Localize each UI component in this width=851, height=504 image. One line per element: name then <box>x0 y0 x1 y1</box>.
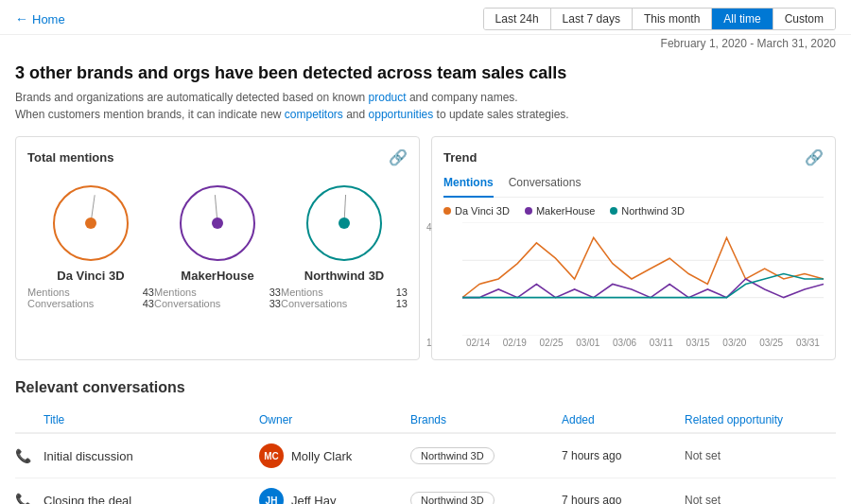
row-title-1[interactable]: Initial discussion <box>43 449 259 463</box>
x-label-0306: 03/06 <box>613 338 636 348</box>
call-icon-1: 📞 <box>15 448 43 463</box>
filter-last7d[interactable]: Last 7 days <box>551 9 633 29</box>
col-title[interactable]: Title <box>43 413 259 426</box>
legend-label-davinci: Da Vinci 3D <box>455 205 510 217</box>
legend-northwind: Northwind 3D <box>610 205 685 217</box>
total-mentions-title: Total mentions 🔗 <box>27 148 408 166</box>
row-title-2[interactable]: Closing the deal <box>43 494 259 505</box>
cards-row: Total mentions 🔗 Da Vinci 3D Mentions 43 <box>15 136 836 360</box>
table-header: Title Owner Brands Added Related opportu… <box>15 408 836 434</box>
chart-wrapper: 4 1 <box>443 222 824 348</box>
brand-stats-davinci: Mentions 43 Conversations 43 <box>27 287 154 309</box>
x-label-0331: 03/31 <box>796 338 820 348</box>
legend-davinci: Da Vinci 3D <box>443 205 510 217</box>
x-label-0325: 03/25 <box>759 338 783 348</box>
brand-dot-orange <box>85 217 96 229</box>
brand-cell-1: Northwind 3D <box>410 447 562 464</box>
trend-tabs: Mentions Conversations <box>443 176 824 198</box>
related-1: Not set <box>685 449 836 462</box>
product-link[interactable]: product <box>369 91 407 104</box>
table-row: 📞 Closing the deal JH Jeff Hay Northwind… <box>15 478 836 504</box>
col-related[interactable]: Related opportunity <box>685 413 836 426</box>
table-row: 📞 Initial discussion MC Molly Clark Nort… <box>15 434 836 478</box>
owner-name-2: Jeff Hay <box>291 494 336 505</box>
x-label-0214: 02/14 <box>466 338 490 348</box>
col-icon-spacer <box>15 413 43 426</box>
x-axis-labels: 02/14 02/19 02/25 03/01 03/06 03/11 03/1… <box>462 338 824 348</box>
back-label: Home <box>32 12 65 26</box>
related-2: Not set <box>685 494 836 504</box>
owner-cell-2: JH Jeff Hay <box>259 488 410 504</box>
y-label-4: 4 <box>426 222 432 233</box>
brand-name-makerhouse: MakerHouse <box>154 269 281 283</box>
total-mentions-card: Total mentions 🔗 Da Vinci 3D Mentions 43 <box>15 136 420 360</box>
brand-name-northwind: Northwind 3D <box>281 269 408 283</box>
brand-name-davinci: Da Vinci 3D <box>27 269 154 283</box>
brand-item-northwind: Northwind 3D Mentions 13 Conversations 1… <box>281 185 408 309</box>
page-title: 3 other brands and orgs have been detect… <box>15 63 836 83</box>
legend-dot-makerhouse <box>525 207 532 215</box>
competitors-link[interactable]: competitors <box>285 108 343 121</box>
avatar-1: MC <box>259 443 284 468</box>
brand-stats-northwind: Mentions 13 Conversations 13 <box>281 287 408 309</box>
brand-circle-purple <box>180 185 255 261</box>
legend-makerhouse: MakerHouse <box>525 205 595 217</box>
tab-conversations[interactable]: Conversations <box>509 176 582 193</box>
trend-svg <box>462 222 824 336</box>
subtitle-line1: Brands and organizations are automatical… <box>15 91 518 104</box>
brand-cell-2: Northwind 3D <box>410 492 562 504</box>
trend-card: Trend 🔗 Mentions Conversations Da Vinci … <box>431 136 836 360</box>
x-label-0320: 03/20 <box>722 338 746 348</box>
x-label-0311: 03/11 <box>650 338 673 348</box>
time-filter-group: Last 24h Last 7 days This month All time… <box>483 8 836 30</box>
trend-share-icon[interactable]: 🔗 <box>805 148 824 166</box>
brand-tag-1: Northwind 3D <box>410 447 495 464</box>
owner-name-1: Molly Clark <box>291 449 352 463</box>
trend-card-title: Trend 🔗 <box>443 148 824 166</box>
date-range: February 1, 2020 - March 31, 2020 <box>0 35 851 56</box>
call-icon-2: 📞 <box>15 493 43 504</box>
filter-last24h[interactable]: Last 24h <box>484 9 551 29</box>
col-owner[interactable]: Owner <box>259 413 410 426</box>
brand-circle-orange <box>53 185 129 261</box>
x-label-0315: 03/15 <box>686 338 710 348</box>
chart-legend: Da Vinci 3D MakerHouse Northwind 3D <box>443 205 824 217</box>
added-2: 7 hours ago <box>562 494 685 504</box>
x-label-0225: 02/25 <box>540 338 564 348</box>
trend-chart <box>462 222 824 336</box>
brands-row: Da Vinci 3D Mentions 43 Conversations 43 <box>27 176 408 319</box>
share-icon[interactable]: 🔗 <box>389 148 408 166</box>
avatar-2: JH <box>259 488 284 504</box>
brand-item-makerhouse: MakerHouse Mentions 33 Conversations 33 <box>154 185 281 309</box>
back-arrow-icon: ← <box>15 11 28 26</box>
col-added[interactable]: Added <box>562 413 685 426</box>
filter-alltime[interactable]: All time <box>712 9 773 29</box>
back-link[interactable]: ← Home <box>15 11 65 26</box>
subtitle: Brands and organizations are automatical… <box>15 89 836 123</box>
filter-custom[interactable]: Custom <box>773 9 835 29</box>
brand-dot-teal <box>339 217 350 229</box>
brand-circle-teal <box>306 185 382 261</box>
owner-cell-1: MC Molly Clark <box>259 443 410 468</box>
legend-dot-northwind <box>610 207 617 215</box>
legend-dot-davinci <box>443 207 451 215</box>
section-title-conversations: Relevant conversations <box>15 379 836 396</box>
tab-mentions[interactable]: Mentions <box>443 176 494 198</box>
subtitle-line2: When customers mention brands, it can in… <box>15 108 569 121</box>
filter-thismonth[interactable]: This month <box>633 9 712 29</box>
added-1: 7 hours ago <box>562 449 685 462</box>
brand-tag-2: Northwind 3D <box>410 492 495 504</box>
x-label-0301: 03/01 <box>576 338 599 348</box>
brand-stats-makerhouse: Mentions 33 Conversations 33 <box>154 287 281 309</box>
top-bar: ← Home Last 24h Last 7 days This month A… <box>0 0 851 35</box>
opportunities-link[interactable]: opportunities <box>369 108 434 121</box>
x-label-0219: 02/19 <box>503 338 527 348</box>
y-axis-labels: 4 1 <box>426 222 432 348</box>
main-content: 3 other brands and orgs have been detect… <box>0 56 851 504</box>
legend-label-makerhouse: MakerHouse <box>536 205 595 217</box>
legend-label-northwind: Northwind 3D <box>621 205 685 217</box>
y-label-1: 1 <box>426 338 432 348</box>
brand-dot-purple <box>212 217 223 229</box>
col-brands[interactable]: Brands <box>410 413 562 426</box>
brand-item-davinci: Da Vinci 3D Mentions 43 Conversations 43 <box>27 185 154 309</box>
